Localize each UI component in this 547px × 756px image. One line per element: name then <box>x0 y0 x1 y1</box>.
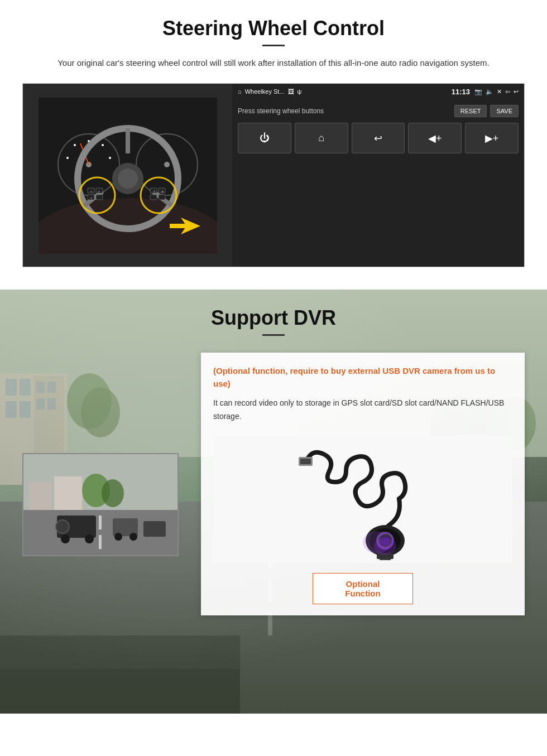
steering-photo: + ≡ ↙ ↺ ⊕ <box>23 84 232 267</box>
home-icon: ⌂ <box>238 88 242 95</box>
volume-icon: 🔈 <box>486 88 493 95</box>
svg-rect-79 <box>143 521 166 537</box>
save-button[interactable]: SAVE <box>490 105 519 117</box>
back-icon: ⇦ <box>505 88 510 95</box>
dvr-left-column <box>22 353 190 556</box>
statusbar-left: ⌂ Wheelkey St... 🖼 ψ <box>238 88 447 95</box>
sw-instructions: Press steering wheel buttons <box>238 107 324 115</box>
svg-point-68 <box>102 479 124 507</box>
sw-top-bar: Press steering wheel buttons RESET SAVE <box>238 105 519 117</box>
dvr-main-area: (Optional function, require to buy exter… <box>22 353 525 615</box>
android-statusbar: ⌂ Wheelkey St... 🖼 ψ 11:13 📷 🔈 ✕ ⇦ ↩ <box>232 84 524 99</box>
dvr-title: Support DVR <box>22 306 525 330</box>
nav-back-icon: ↩ <box>514 88 519 95</box>
statusbar-time: 11:13 <box>452 88 470 96</box>
svg-point-74 <box>85 535 94 543</box>
svg-point-8 <box>109 157 111 159</box>
svg-point-92 <box>363 531 391 553</box>
svg-point-78 <box>129 533 137 541</box>
steering-subtitle: Your original car's steering wheel contr… <box>22 56 525 70</box>
sw-cell-back[interactable]: ↩ <box>352 123 405 153</box>
svg-rect-36 <box>170 224 186 228</box>
svg-rect-70 <box>99 516 102 529</box>
statusbar-right: 📷 🔈 ✕ ⇦ ↩ <box>474 88 519 95</box>
svg-text:≡: ≡ <box>98 190 100 193</box>
camera-icon: 📷 <box>474 88 482 95</box>
dvr-optional-note: (Optional function, require to buy exter… <box>213 365 512 390</box>
dvr-road-thumbnail <box>22 453 179 556</box>
sw-action-buttons[interactable]: RESET SAVE <box>454 105 519 117</box>
svg-text:⊕: ⊕ <box>161 190 164 193</box>
svg-text:↙: ↙ <box>90 196 93 199</box>
svg-point-10 <box>66 157 69 159</box>
android-screen: ⌂ Wheelkey St... 🖼 ψ 11:13 📷 🔈 ✕ ⇦ ↩ Pre… <box>232 84 524 267</box>
svg-rect-81 <box>300 459 311 464</box>
sw-control-content: Press steering wheel buttons RESET SAVE … <box>232 99 524 267</box>
svg-point-19 <box>118 168 138 189</box>
svg-rect-31 <box>150 195 157 200</box>
usb-icon: ψ <box>298 88 302 95</box>
app-name: Wheelkey St... <box>245 88 285 95</box>
reset-button[interactable]: RESET <box>454 105 487 117</box>
svg-point-9 <box>74 144 76 146</box>
dvr-info-card: (Optional function, require to buy exter… <box>201 353 525 615</box>
svg-rect-66 <box>54 476 82 516</box>
svg-text:+: + <box>90 190 93 193</box>
svg-rect-24 <box>96 195 103 200</box>
image-icon: 🖼 <box>288 88 294 95</box>
svg-point-73 <box>61 535 70 543</box>
close-icon: ✕ <box>497 88 502 95</box>
sw-cell-power[interactable]: ⏻ <box>238 123 291 153</box>
sw-cell-vol-up[interactable]: ◀+ <box>408 123 462 153</box>
title-divider <box>262 45 285 46</box>
steering-wheel-illustration: + ≡ ↙ ↺ ⊕ <box>23 84 232 267</box>
svg-rect-90 <box>380 559 391 560</box>
dvr-camera-image <box>213 435 512 563</box>
dvr-description: It can record video only to storage in G… <box>213 397 512 423</box>
optional-function-button[interactable]: Optional Function <box>313 573 413 604</box>
svg-point-75 <box>56 520 69 533</box>
svg-rect-71 <box>99 535 102 549</box>
steering-demo-container: + ≡ ↙ ↺ ⊕ <box>22 83 525 267</box>
sw-cell-vol-down[interactable]: ▶+ <box>465 123 519 153</box>
svg-text:↺: ↺ <box>153 190 155 193</box>
steering-section: Steering Wheel Control Your original car… <box>0 0 547 290</box>
dvr-divider <box>262 334 285 336</box>
sw-controls-grid: ⏻ ⌂ ↩ ◀+ ▶+ <box>238 123 519 153</box>
svg-point-13 <box>164 162 170 167</box>
svg-point-77 <box>114 533 122 541</box>
dvr-section: Support DVR <box>0 290 547 714</box>
dvr-content: Support DVR <box>0 290 547 638</box>
sw-cell-home[interactable]: ⌂ <box>295 123 348 153</box>
svg-point-7 <box>102 144 104 146</box>
road-thumb-bg <box>23 454 177 555</box>
steering-title: Steering Wheel Control <box>22 17 525 40</box>
svg-rect-32 <box>159 195 165 200</box>
